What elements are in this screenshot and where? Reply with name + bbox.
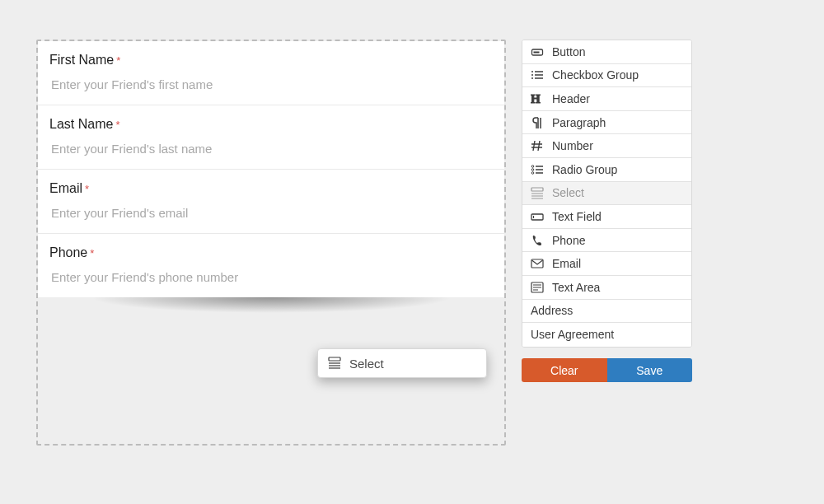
palette-item-label: Select [552, 186, 584, 199]
header-icon [531, 92, 544, 105]
textfield-icon [531, 210, 544, 223]
radio-icon [531, 163, 544, 176]
palette-item-label: Button [552, 45, 585, 58]
palette-item-label: Radio Group [552, 163, 617, 176]
palette-item-select[interactable]: Select [522, 182, 691, 206]
palette-item-checkbox-group[interactable]: Checkbox Group [522, 64, 691, 88]
palette-item-label: Text Area [552, 281, 600, 294]
palette-item-radio-group[interactable]: Radio Group [522, 158, 691, 182]
label-text: First Name [49, 53, 114, 67]
select-icon [531, 186, 544, 199]
palette-item-user-agreement[interactable]: User Agreement [522, 323, 691, 347]
phone-icon [531, 234, 544, 247]
required-indicator: * [116, 54, 120, 67]
email-icon [531, 257, 544, 270]
palette-item-label: Paragraph [552, 116, 606, 129]
form-canvas[interactable]: First Name* Last Name* Email* Phone* [36, 40, 506, 446]
field-phone: Phone* [38, 234, 504, 297]
label-text: Last Name [49, 117, 113, 131]
palette-item-label: Number [552, 139, 593, 152]
save-button[interactable]: Save [607, 358, 693, 382]
palette-item-label: Email [552, 257, 581, 270]
label-text: Phone [49, 245, 87, 259]
field-label: Email* [38, 170, 504, 199]
palette-item-label: Text Field [552, 210, 602, 223]
action-buttons: Clear Save [522, 358, 692, 382]
palette-item-address[interactable]: Address [522, 300, 691, 324]
checkbox-icon [531, 68, 544, 82]
required-indicator: * [90, 247, 94, 259]
palette-item-label: Checkbox Group [552, 68, 639, 82]
palette-item-number[interactable]: Number [522, 134, 691, 158]
dragging-item-select[interactable]: Select [317, 348, 487, 378]
palette-item-label: Header [552, 92, 590, 105]
palette-item-phone[interactable]: Phone [522, 229, 691, 253]
clear-button-label: Clear [550, 364, 578, 377]
select-icon [328, 356, 349, 371]
phone-input[interactable] [49, 264, 493, 287]
label-text: Email [49, 181, 82, 195]
palette-item-text-field[interactable]: Text Field [522, 205, 691, 229]
field-email: Email* [38, 170, 504, 234]
paragraph-icon [531, 116, 544, 129]
palette-item-header[interactable]: Header [522, 87, 691, 111]
palette-item-label: Phone [552, 234, 585, 247]
drop-indicator-shadow [38, 297, 504, 322]
first-name-input[interactable] [49, 71, 493, 95]
palette-item-paragraph[interactable]: Paragraph [522, 111, 691, 135]
email-input[interactable] [49, 199, 493, 223]
field-first-name: First Name* [38, 41, 504, 105]
drag-chip-label: Select [349, 357, 384, 371]
button-icon [531, 45, 544, 58]
last-name-input[interactable] [49, 135, 493, 159]
field-label: Phone* [38, 234, 504, 264]
number-icon [531, 139, 544, 152]
palette-item-text-area[interactable]: Text Area [522, 276, 691, 300]
required-indicator: * [85, 183, 89, 195]
field-label: Last Name* [38, 105, 504, 135]
component-palette: Button Checkbox Group Header Paragraph N… [522, 40, 692, 348]
palette-item-label: User Agreement [531, 328, 614, 341]
palette-item-email[interactable]: Email [522, 252, 691, 276]
save-button-label: Save [636, 364, 662, 377]
field-last-name: Last Name* [38, 105, 504, 170]
field-label: First Name* [38, 41, 504, 71]
textarea-icon [531, 281, 544, 294]
clear-button[interactable]: Clear [522, 358, 607, 382]
required-indicator: * [115, 119, 119, 131]
palette-item-button[interactable]: Button [522, 40, 691, 64]
palette-item-label: Address [531, 304, 573, 317]
